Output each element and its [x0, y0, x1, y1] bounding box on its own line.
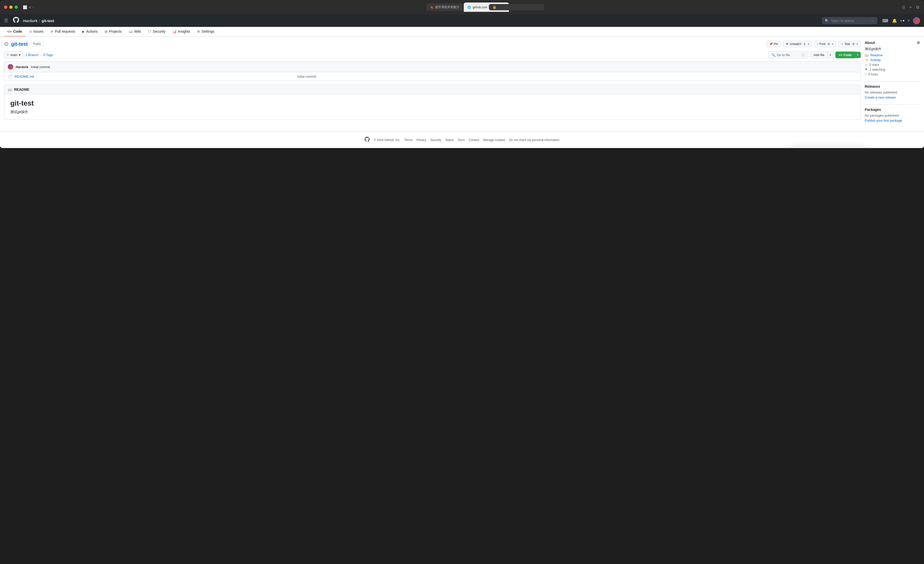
file-name[interactable]: README.md	[15, 75, 294, 78]
hamburger-menu[interactable]: ☰	[4, 18, 8, 23]
branches-link[interactable]: 1 Branch	[26, 53, 38, 57]
wiki-icon: 📖	[129, 30, 133, 33]
footer-docs[interactable]: Docs	[458, 138, 465, 142]
branches-label: Branch	[28, 53, 38, 57]
breadcrumb-owner[interactable]: Hardork	[23, 19, 38, 23]
readme-meta-label[interactable]: Readme	[870, 53, 883, 57]
file-commit-msg: Initial commit	[297, 75, 857, 78]
chevron-down-icon[interactable]: ▾	[29, 5, 31, 9]
nav-item-code[interactable]: </> Code	[4, 27, 25, 36]
packages-section: Packages No packages published Publish y…	[865, 108, 920, 122]
search-shortcut: /	[871, 19, 874, 23]
watching-meta-label: 1 watching	[870, 68, 885, 71]
minimize-button[interactable]	[9, 6, 12, 9]
close-button[interactable]	[4, 6, 7, 9]
footer-manage-cookies[interactable]: Manage cookies	[483, 138, 505, 142]
releases-title: Releases	[865, 84, 920, 89]
fork-icon-header[interactable]: ⑂	[906, 17, 911, 24]
nav-item-settings[interactable]: ⚙ Settings	[194, 27, 218, 36]
readme-description: 测试git操作	[10, 110, 855, 114]
footer: © 2024 GitHub, Inc. Terms Privacy Securi…	[0, 131, 924, 148]
sidebar-tabs-icon[interactable]: ⧉	[915, 5, 920, 10]
dropdown-tab-codespaces[interactable]: Codespaces	[829, 147, 866, 148]
footer-status[interactable]: Status	[445, 138, 454, 142]
code-btn-label: Code	[844, 53, 852, 57]
nav-issues-label: Issues	[33, 29, 44, 33]
pin-button[interactable]: 📌 Pin	[766, 41, 781, 47]
new-tab-icon[interactable]: +	[908, 5, 913, 10]
nav-wiki-label: Wiki	[134, 29, 141, 33]
breadcrumb: Hardork / git-test	[23, 19, 54, 23]
notifications-icon[interactable]: 🔔	[891, 17, 898, 24]
terminal-icon[interactable]: ⌨	[881, 17, 889, 24]
about-gear-icon[interactable]: ⚙	[917, 41, 920, 45]
breadcrumb-repo[interactable]: git-test	[42, 19, 54, 23]
branch-selector[interactable]: ⑂ main ▾	[4, 51, 23, 58]
tab2-label: github.com	[472, 6, 488, 9]
repo-visibility-badge: Public	[30, 42, 44, 47]
add-file-button[interactable]: Add file	[810, 51, 828, 58]
branch-icon: ⑂	[7, 53, 9, 57]
goto-file-button[interactable]: 🔍 Go to file t	[768, 51, 808, 58]
back-icon[interactable]: ‹	[33, 5, 34, 9]
footer-do-not-share[interactable]: Do not share my personal information	[509, 138, 559, 142]
search-bar[interactable]: 🔍 Type / to search /	[822, 17, 877, 24]
no-releases-text: No releases published	[865, 90, 920, 94]
nav-item-wiki[interactable]: 📖 Wiki	[126, 27, 144, 36]
star-dropdown-icon[interactable]: ▾	[857, 43, 858, 45]
nav-projects-label: Projects	[109, 29, 122, 33]
releases-section: Releases No releases published Create a …	[865, 84, 920, 99]
file-icon: 📄	[8, 74, 12, 78]
tags-link[interactable]: 0 Tags	[44, 53, 53, 57]
share-icon[interactable]: ⎙	[902, 5, 906, 10]
fork-button[interactable]: ⑂ Fork 0 ▾	[814, 41, 836, 47]
releases-label: Releases	[865, 84, 880, 89]
watch-button[interactable]: 👁 Unwatch 1 ▾	[783, 41, 812, 47]
plus-label: +	[900, 19, 902, 23]
nav-item-issues[interactable]: ⊙ Issues	[26, 27, 46, 36]
pin-icon: 📌	[769, 42, 773, 46]
publish-package-link[interactable]: Publish your first package	[865, 119, 902, 122]
commit-author[interactable]: Hardork	[16, 65, 28, 69]
code-dropdown-button[interactable]: ▾	[855, 52, 861, 58]
dropdown-tab-local[interactable]: Local	[791, 147, 829, 148]
file-row: 📄 README.md Initial commit	[4, 72, 861, 80]
new-item-button[interactable]: + ▾	[900, 19, 904, 23]
lock-icon: 🔒	[489, 4, 544, 10]
footer-security[interactable]: Security	[430, 138, 441, 142]
fork-dropdown-icon[interactable]: ▾	[832, 43, 833, 45]
create-release-link[interactable]: Create a new release	[865, 96, 896, 99]
readme-icon: 📖	[8, 87, 12, 92]
star-button[interactable]: ☆ Star 0 ▾	[838, 41, 861, 47]
nav-item-actions[interactable]: ▶ Actions	[79, 27, 100, 36]
watch-dropdown-icon[interactable]: ▾	[808, 43, 809, 45]
github-logo[interactable]	[13, 17, 19, 24]
code-button[interactable]: <> Code	[836, 51, 855, 58]
activity-meta-label[interactable]: Activity	[870, 58, 880, 62]
nav-pr-label: Pull requests	[55, 29, 75, 33]
browser-tab-2[interactable]: 🌐 github.com 🔒 •••	[464, 3, 509, 12]
sidebar-toggle-icon[interactable]: ⬜	[23, 5, 27, 9]
issues-icon: ⊙	[29, 30, 32, 33]
nav-item-pull-requests[interactable]: ⇄ Pull requests	[48, 27, 78, 36]
footer-contact[interactable]: Contact	[469, 138, 479, 142]
nav-item-security[interactable]: 🛡 Security	[145, 27, 168, 36]
about-label: About	[865, 41, 875, 45]
repo-name[interactable]: git-test	[11, 41, 28, 47]
browser-tab-1[interactable]: 🔖 提升系统并发能力	[426, 3, 463, 11]
nav-item-insights[interactable]: 📊 Insights	[170, 27, 193, 36]
add-file-dropdown[interactable]: ▾	[828, 52, 833, 58]
forks-meta-label: 0 forks	[868, 72, 878, 76]
commit-avatar	[8, 64, 13, 70]
user-avatar[interactable]	[913, 17, 920, 24]
search-file-icon: 🔍	[771, 53, 776, 57]
maximize-button[interactable]	[15, 6, 18, 9]
footer-terms[interactable]: Terms	[404, 138, 412, 142]
nav-item-projects[interactable]: ⊞ Projects	[102, 27, 125, 36]
readme-header: 📖 README	[4, 85, 861, 94]
footer-privacy[interactable]: Privacy	[417, 138, 426, 142]
code-dropdown-panel: Local Codespaces Clone ? HTTPS SSH GitHu…	[791, 146, 866, 148]
code-button-group: <> Code ▾	[836, 51, 861, 58]
nav-insights-label: Insights	[178, 29, 190, 33]
star-count: 0	[851, 42, 856, 45]
